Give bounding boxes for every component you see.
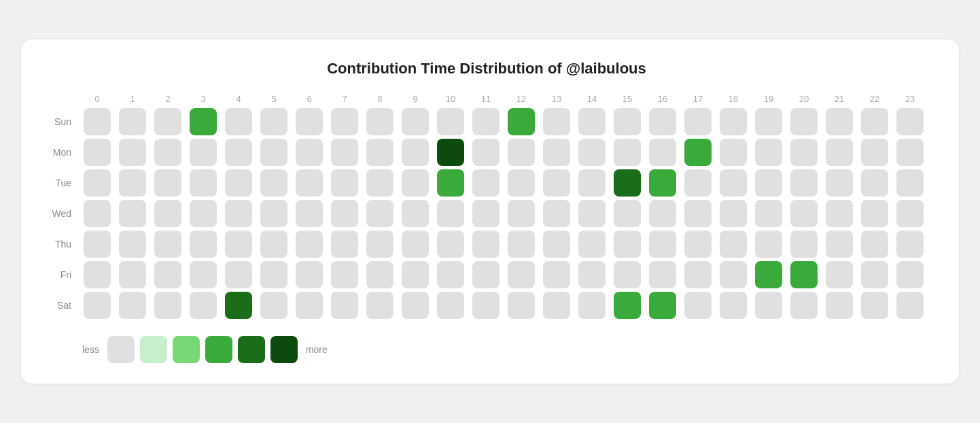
cell-fri-18	[720, 261, 747, 288]
grid-row-fri: Fri	[41, 261, 932, 288]
cell-sun-16	[649, 108, 676, 135]
cell-sun-23	[896, 108, 924, 135]
chart-title: Contribution Time Distribution of @laibu…	[41, 60, 932, 78]
cell-mon-8	[366, 139, 393, 166]
cell-sun-20	[790, 108, 818, 135]
hour-label-22: 22	[857, 94, 892, 104]
cell-thu-16	[649, 231, 676, 258]
hour-label-12: 12	[504, 94, 539, 104]
hour-label-10: 10	[433, 94, 468, 104]
cell-tue-21	[826, 169, 853, 197]
cell-wed-5	[260, 200, 287, 227]
cell-sun-13	[543, 108, 570, 135]
cell-thu-14	[578, 231, 606, 258]
cell-mon-22	[861, 139, 888, 166]
cell-tue-5	[260, 169, 287, 197]
cell-mon-10	[437, 139, 464, 166]
cell-mon-12	[508, 139, 535, 166]
legend-less-label: less	[82, 344, 99, 355]
hour-label-17: 17	[680, 94, 716, 104]
cell-fri-21	[826, 261, 853, 288]
cell-tue-3	[190, 169, 217, 197]
hour-label-18: 18	[716, 94, 751, 104]
legend-cell-0	[107, 336, 135, 363]
cell-fri-15	[614, 261, 641, 288]
cell-sat-6	[296, 292, 323, 319]
legend-more-label: more	[306, 344, 328, 355]
cell-sat-17	[684, 292, 712, 319]
cell-thu-10	[437, 231, 464, 258]
cell-wed-14	[578, 200, 606, 227]
cell-thu-19	[755, 231, 782, 258]
cell-tue-16	[649, 169, 676, 197]
hour-label-7: 7	[327, 94, 362, 104]
cell-mon-0	[84, 139, 111, 166]
cell-wed-21	[826, 200, 853, 227]
cell-thu-17	[684, 231, 712, 258]
cell-thu-1	[119, 231, 146, 258]
cell-sun-8	[366, 108, 393, 135]
hour-label-15: 15	[610, 94, 645, 104]
cell-tue-19	[755, 169, 782, 197]
cell-sat-9	[402, 292, 429, 319]
cell-fri-14	[578, 261, 606, 288]
cell-sun-10	[437, 108, 464, 135]
hour-label-16: 16	[645, 94, 680, 104]
cell-fri-12	[508, 261, 535, 288]
cell-sun-15	[614, 108, 641, 135]
cell-fri-10	[437, 261, 464, 288]
hour-label-0: 0	[80, 94, 115, 104]
cell-wed-20	[790, 200, 818, 227]
cell-wed-3	[190, 200, 217, 227]
cell-wed-18	[720, 200, 747, 227]
cell-sun-5	[260, 108, 287, 135]
cell-tue-0	[84, 169, 111, 197]
cell-mon-15	[614, 139, 641, 166]
cell-sat-10	[437, 292, 464, 319]
cell-tue-8	[366, 169, 393, 197]
cell-sat-8	[366, 292, 393, 319]
cell-mon-16	[649, 139, 676, 166]
cell-mon-18	[720, 139, 747, 166]
cell-thu-4	[225, 231, 252, 258]
cell-mon-9	[402, 139, 429, 166]
cell-wed-0	[84, 200, 111, 227]
day-label-tue: Tue	[41, 177, 80, 188]
hour-label-14: 14	[574, 94, 610, 104]
cell-mon-11	[472, 139, 500, 166]
cell-wed-17	[684, 200, 712, 227]
cell-sat-0	[84, 292, 111, 319]
cell-wed-10	[437, 200, 464, 227]
cell-sun-11	[472, 108, 500, 135]
cell-wed-9	[402, 200, 429, 227]
cell-fri-3	[190, 261, 217, 288]
cell-mon-19	[755, 139, 782, 166]
cell-fri-7	[331, 261, 358, 288]
cell-sat-20	[790, 292, 818, 319]
cell-thu-23	[896, 231, 924, 258]
cell-sun-3	[190, 108, 217, 135]
cell-sat-19	[755, 292, 782, 319]
cell-tue-14	[578, 169, 606, 197]
cell-tue-4	[225, 169, 252, 197]
cell-wed-2	[154, 200, 181, 227]
cell-mon-21	[826, 139, 853, 166]
cell-wed-12	[508, 200, 535, 227]
cell-sat-7	[331, 292, 358, 319]
cell-sat-13	[543, 292, 570, 319]
cell-wed-16	[649, 200, 676, 227]
cell-sat-18	[720, 292, 747, 319]
legend-cell-1	[140, 336, 167, 363]
cell-tue-12	[508, 169, 535, 197]
grid-row-sat: Sat	[41, 292, 932, 319]
cell-mon-23	[896, 139, 924, 166]
cell-sun-19	[755, 108, 782, 135]
cell-sat-15	[614, 292, 641, 319]
cell-sun-22	[861, 108, 888, 135]
cell-sun-9	[402, 108, 429, 135]
cell-sat-16	[649, 292, 676, 319]
cell-fri-23	[896, 261, 924, 288]
cell-wed-13	[543, 200, 570, 227]
legend: less more	[80, 336, 932, 363]
cell-sat-5	[260, 292, 287, 319]
